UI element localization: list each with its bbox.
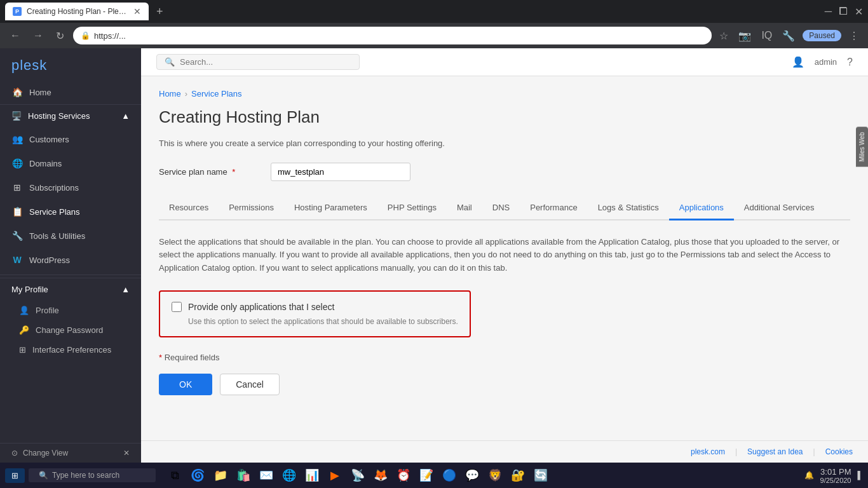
reload-button[interactable]: ↻ xyxy=(52,27,68,44)
screenshot-icon[interactable]: 📷 xyxy=(736,27,754,44)
sidebar-item-label: Home xyxy=(29,88,51,97)
taskbar-app-filezilla[interactable]: 📡 xyxy=(348,465,368,485)
taskbar-app-edge[interactable]: 🌀 xyxy=(187,465,208,485)
minimize-button[interactable]: ─ xyxy=(825,6,832,18)
change-view-label: Change View xyxy=(23,449,68,458)
footer-plesk-link[interactable]: plesk.com xyxy=(691,447,725,456)
taskbar-apps: ⧉ 🌀 📁 🛍️ ✉️ 🌐 📊 ▶ 📡 🦊 ⏰ 📝 🔵 💬 🦁 🔐 🔄 xyxy=(165,465,551,485)
sidebar-collapse-button[interactable]: ✕ xyxy=(123,449,130,458)
change-password-icon: 🔑 xyxy=(19,325,29,335)
sidebar-item-my-profile[interactable]: My Profile ▲ xyxy=(0,278,141,301)
my-profile-label: My Profile xyxy=(11,285,48,294)
maximize-button[interactable]: ⧠ xyxy=(838,6,848,18)
sidebar-tools-label: Tools & Utilities xyxy=(29,231,85,241)
help-icon[interactable]: ? xyxy=(847,57,853,68)
search-bar[interactable]: 🔍 xyxy=(156,54,360,70)
service-plan-name-input[interactable] xyxy=(271,163,410,181)
provide-applications-checkbox[interactable] xyxy=(172,302,182,312)
tab-php-settings[interactable]: PHP Settings xyxy=(377,196,447,220)
taskbar-app-lastpass[interactable]: 🔐 xyxy=(508,465,528,485)
search-input[interactable] xyxy=(180,57,351,67)
sidebar-interface-prefs-label: Interface Preferences xyxy=(32,345,111,355)
sidebar-item-subscriptions[interactable]: ⊞ Subscriptions xyxy=(0,175,141,200)
tab-permissions[interactable]: Permissions xyxy=(219,196,284,220)
taskbar-app-brave[interactable]: 🦁 xyxy=(485,465,505,485)
sidebar-item-tools-utilities[interactable]: 🔧 Tools & Utilities xyxy=(0,224,141,248)
close-tab-button[interactable]: ✕ xyxy=(133,7,141,16)
tab-hosting-parameters[interactable]: Hosting Parameters xyxy=(284,196,377,220)
side-ribbon[interactable]: Miles Web xyxy=(856,127,868,167)
tab-mail[interactable]: Mail xyxy=(447,196,482,220)
taskbar-app-firefox[interactable]: 🦊 xyxy=(370,465,391,485)
taskbar-search[interactable]: 🔍 Type here to search xyxy=(29,468,156,482)
forward-button[interactable]: → xyxy=(29,27,47,44)
taskbar-app-sync[interactable]: 🔄 xyxy=(531,465,551,485)
taskbar-search-placeholder: Type here to search xyxy=(52,471,119,480)
extensions-icon[interactable]: 🔧 xyxy=(780,27,797,44)
address-bar[interactable]: 🔒 https://... xyxy=(73,27,712,44)
taskbar-app-explorer[interactable]: 📁 xyxy=(210,465,231,485)
domains-icon: 🌐 xyxy=(11,158,23,169)
footer-suggest-link[interactable]: Suggest an Idea xyxy=(747,447,803,456)
taskbar: ⊞ 🔍 Type here to search ⧉ 🌀 📁 🛍️ ✉️ 🌐 📊 … xyxy=(0,463,868,488)
tab-title: Creating Hosting Plan - Plesk Ob... xyxy=(27,7,128,16)
subscriptions-icon: ⊞ xyxy=(11,182,23,193)
tab-resources[interactable]: Resources xyxy=(159,196,219,220)
new-tab-button[interactable]: + xyxy=(153,5,167,18)
windows-icon: ⊞ xyxy=(11,471,18,480)
taskbar-app-notes[interactable]: 📝 xyxy=(416,465,437,485)
change-view-bar[interactable]: ⊙ Change View ✕ xyxy=(0,443,141,463)
tab-performance[interactable]: Performance xyxy=(520,196,587,220)
taskbar-search-icon: 🔍 xyxy=(39,471,48,480)
sidebar-subscriptions-label: Subscriptions xyxy=(29,183,79,193)
ok-button[interactable]: OK xyxy=(159,374,212,395)
taskbar-notification-icon[interactable]: 🔔 xyxy=(804,471,814,480)
sidebar-item-wordpress[interactable]: W WordPress xyxy=(0,248,141,272)
footer-cookies-link[interactable]: Cookies xyxy=(825,447,853,456)
menu-icon[interactable]: ⋮ xyxy=(846,27,862,44)
sidebar-item-home[interactable]: 🏠 Home xyxy=(0,80,141,104)
taskbar-app-clock[interactable]: ⏰ xyxy=(393,465,414,485)
tab-additional-services[interactable]: Additional Services xyxy=(734,196,825,220)
tab-dns[interactable]: DNS xyxy=(482,196,520,220)
iq-icon[interactable]: IQ xyxy=(759,27,775,44)
taskbar-app-chrome[interactable]: 🌐 xyxy=(279,465,299,485)
bookmark-icon[interactable]: ☆ xyxy=(717,27,731,44)
taskbar-app-excel[interactable]: 📊 xyxy=(302,465,322,485)
tab-applications[interactable]: Applications xyxy=(669,196,734,220)
taskbar-app-store[interactable]: 🛍️ xyxy=(233,465,254,485)
taskbar-app-vlc[interactable]: ▶ xyxy=(325,465,345,485)
sidebar-profile-label: Profile xyxy=(36,306,59,315)
sidebar-item-customers[interactable]: 👥 Customers xyxy=(0,127,141,151)
footer: plesk.com | Suggest an Idea | Cookies xyxy=(141,440,868,463)
taskbar-app-taskview[interactable]: ⧉ xyxy=(165,465,185,485)
sidebar-item-hosting-services[interactable]: 🖥️ Hosting Services ▲ xyxy=(0,104,141,127)
sidebar-change-password-label: Change Password xyxy=(36,325,103,335)
main-content: 🔍 👤 admin ? Home › Service Plans Creatin… xyxy=(141,48,868,463)
browser-tab[interactable]: P Creating Hosting Plan - Plesk Ob... ✕ xyxy=(5,3,149,20)
start-button[interactable]: ⊞ xyxy=(5,468,25,483)
checkbox-label[interactable]: Provide only applications that I select xyxy=(188,302,334,312)
sidebar-item-profile[interactable]: 👤 Profile xyxy=(0,301,141,320)
taskbar-app-chrome2[interactable]: 🔵 xyxy=(439,465,459,485)
sidebar-item-interface-preferences[interactable]: ⊞ Interface Preferences xyxy=(0,340,141,360)
breadcrumb: Home › Service Plans xyxy=(159,89,850,98)
profile-button[interactable]: Paused xyxy=(803,30,841,41)
sidebar-item-service-plans[interactable]: 📋 Service Plans xyxy=(0,200,141,224)
taskbar-app-mail[interactable]: ✉️ xyxy=(256,465,276,485)
applications-description: Select the applications that should be a… xyxy=(159,236,850,275)
breadcrumb-service-plans[interactable]: Service Plans xyxy=(191,89,241,98)
plesk-logo: plesk xyxy=(0,48,141,80)
user-icon[interactable]: 👤 xyxy=(792,56,804,68)
tab-logs-statistics[interactable]: Logs & Statistics xyxy=(588,196,669,220)
breadcrumb-home[interactable]: Home xyxy=(159,89,181,98)
cancel-button[interactable]: Cancel xyxy=(220,374,280,395)
page-title: Creating Hosting Plan xyxy=(159,107,850,127)
close-button[interactable]: ✕ xyxy=(855,6,863,18)
taskbar-show-desktop[interactable]: ▌ xyxy=(857,471,863,480)
taskbar-app-discord[interactable]: 💬 xyxy=(462,465,482,485)
profile-icon: 👤 xyxy=(19,306,29,315)
back-button[interactable]: ← xyxy=(6,27,24,44)
sidebar-item-change-password[interactable]: 🔑 Change Password xyxy=(0,320,141,340)
sidebar-item-domains[interactable]: 🌐 Domains xyxy=(0,151,141,175)
